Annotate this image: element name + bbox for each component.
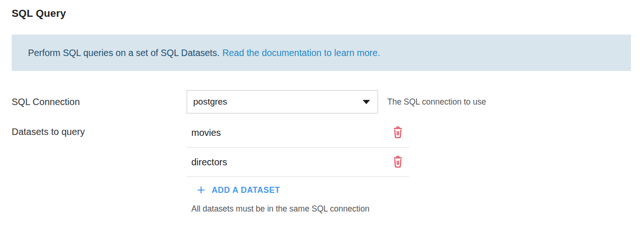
sql-connection-row: SQL Connection postgres The SQL connecti… [0, 90, 644, 113]
info-banner: Perform SQL queries on a set of SQL Data… [12, 35, 631, 71]
settings-form: SQL Connection postgres The SQL connecti… [0, 90, 644, 214]
sql-connection-select[interactable]: postgres [187, 90, 378, 113]
sql-query-settings-panel: SQL Query Perform SQL queries on a set o… [0, 7, 644, 214]
dataset-item: directors [187, 148, 410, 177]
add-dataset-label: ADD A DATASET [212, 185, 280, 195]
datasets-note: All datasets must be in the same SQL con… [191, 204, 410, 214]
dataset-item: movies [187, 118, 410, 148]
sql-connection-value: postgres [193, 97, 227, 107]
dataset-name: movies [191, 127, 221, 138]
info-banner-text: Perform SQL queries on a set of SQL Data… [28, 48, 219, 58]
sql-connection-label: SQL Connection [0, 90, 187, 113]
trash-icon [392, 125, 404, 140]
caret-down-icon [363, 100, 370, 104]
sql-connection-help: The SQL connection to use [387, 90, 486, 113]
datasets-label: Datasets to query [0, 118, 187, 137]
trash-icon [392, 155, 404, 170]
dataset-name: directors [191, 157, 227, 168]
documentation-link[interactable]: Read the documentation to learn more. [222, 48, 380, 58]
datasets-column: movies d [187, 118, 410, 214]
add-dataset-button[interactable]: + ADD A DATASET [197, 184, 280, 196]
delete-dataset-button[interactable] [392, 125, 404, 140]
page-title: SQL Query [12, 7, 644, 20]
plus-icon: + [197, 184, 205, 196]
datasets-row: Datasets to query movies [0, 118, 644, 214]
delete-dataset-button[interactable] [392, 155, 404, 170]
